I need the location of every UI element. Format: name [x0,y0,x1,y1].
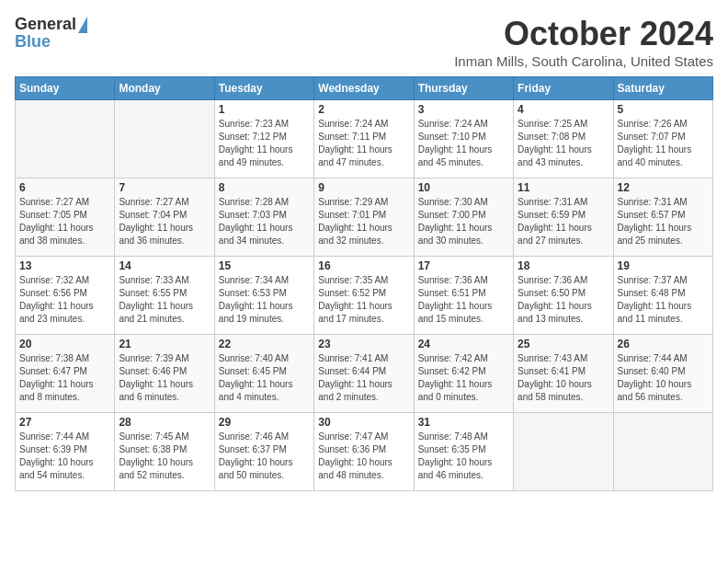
day-info: Sunrise: 7:23 AMSunset: 7:12 PMDaylight:… [219,118,310,169]
day-number: 18 [518,259,609,272]
calendar-cell: 21Sunrise: 7:39 AMSunset: 6:46 PMDayligh… [115,335,214,413]
day-info: Sunrise: 7:36 AMSunset: 6:50 PMDaylight:… [518,274,609,326]
day-number: 12 [618,181,709,194]
week-row-4: 20Sunrise: 7:38 AMSunset: 6:47 PMDayligh… [16,335,713,413]
calendar-cell: 25Sunrise: 7:43 AMSunset: 6:41 PMDayligh… [514,335,613,413]
day-number: 14 [119,259,210,272]
day-info: Sunrise: 7:44 AMSunset: 6:40 PMDaylight:… [618,352,709,404]
day-info: Sunrise: 7:38 AMSunset: 6:47 PMDaylight:… [19,352,110,404]
calendar-cell: 1Sunrise: 7:23 AMSunset: 7:12 PMDaylight… [214,100,313,178]
day-info: Sunrise: 7:39 AMSunset: 6:46 PMDaylight:… [119,352,210,404]
day-info: Sunrise: 7:44 AMSunset: 6:39 PMDaylight:… [19,431,110,482]
calendar-table: Sunday Monday Tuesday Wednesday Thursday… [15,76,713,491]
day-info: Sunrise: 7:30 AMSunset: 7:00 PMDaylight:… [418,196,509,247]
logo: General Blue [15,15,87,52]
day-info: Sunrise: 7:31 AMSunset: 6:57 PMDaylight:… [618,196,709,247]
calendar-cell [16,100,115,178]
day-info: Sunrise: 7:31 AMSunset: 6:59 PMDaylight:… [518,196,609,247]
day-info: Sunrise: 7:42 AMSunset: 6:42 PMDaylight:… [418,352,509,404]
calendar-cell: 30Sunrise: 7:47 AMSunset: 6:36 PMDayligh… [314,413,414,491]
day-info: Sunrise: 7:27 AMSunset: 7:05 PMDaylight:… [19,196,110,247]
calendar-cell: 4Sunrise: 7:25 AMSunset: 7:08 PMDaylight… [514,100,613,178]
day-info: Sunrise: 7:41 AMSunset: 6:44 PMDaylight:… [318,352,409,404]
calendar-cell: 22Sunrise: 7:40 AMSunset: 6:45 PMDayligh… [214,335,313,413]
day-number: 20 [19,338,110,350]
day-number: 22 [219,338,310,350]
day-number: 25 [518,338,609,350]
calendar-cell: 23Sunrise: 7:41 AMSunset: 6:44 PMDayligh… [314,335,414,413]
calendar-cell: 19Sunrise: 7:37 AMSunset: 6:48 PMDayligh… [613,257,712,335]
day-number: 2 [318,103,409,116]
day-info: Sunrise: 7:24 AMSunset: 7:11 PMDaylight:… [318,118,409,169]
calendar-header-row: Sunday Monday Tuesday Wednesday Thursday… [16,77,713,100]
col-tuesday: Tuesday [214,77,313,100]
day-info: Sunrise: 7:33 AMSunset: 6:55 PMDaylight:… [119,274,210,326]
month-title: October 2024 [454,15,713,53]
day-number: 16 [318,259,409,272]
calendar-cell: 13Sunrise: 7:32 AMSunset: 6:56 PMDayligh… [16,257,115,335]
calendar-cell: 14Sunrise: 7:33 AMSunset: 6:55 PMDayligh… [115,257,214,335]
calendar-cell: 26Sunrise: 7:44 AMSunset: 6:40 PMDayligh… [613,335,712,413]
calendar-cell: 9Sunrise: 7:29 AMSunset: 7:01 PMDaylight… [314,178,414,257]
week-row-2: 6Sunrise: 7:27 AMSunset: 7:05 PMDaylight… [16,178,713,257]
location: Inman Mills, South Carolina, United Stat… [454,53,713,69]
col-monday: Monday [115,77,214,100]
week-row-5: 27Sunrise: 7:44 AMSunset: 6:39 PMDayligh… [16,413,713,491]
calendar-cell: 20Sunrise: 7:38 AMSunset: 6:47 PMDayligh… [16,335,115,413]
day-number: 23 [318,338,409,350]
day-number: 9 [318,181,409,194]
day-info: Sunrise: 7:35 AMSunset: 6:52 PMDaylight:… [318,274,409,326]
day-number: 27 [19,416,110,429]
day-number: 19 [618,259,709,272]
day-number: 1 [219,103,310,116]
day-number: 5 [618,103,709,116]
day-info: Sunrise: 7:40 AMSunset: 6:45 PMDaylight:… [219,352,310,404]
day-info: Sunrise: 7:29 AMSunset: 7:01 PMDaylight:… [318,196,409,247]
calendar-cell: 8Sunrise: 7:28 AMSunset: 7:03 PMDaylight… [214,178,313,257]
logo-blue: Blue [15,32,51,52]
day-number: 15 [219,259,310,272]
day-info: Sunrise: 7:45 AMSunset: 6:38 PMDaylight:… [119,431,210,482]
day-number: 30 [318,416,409,429]
calendar-cell: 31Sunrise: 7:48 AMSunset: 6:35 PMDayligh… [414,413,513,491]
col-saturday: Saturday [613,77,712,100]
day-info: Sunrise: 7:24 AMSunset: 7:10 PMDaylight:… [418,118,509,169]
col-thursday: Thursday [414,77,513,100]
calendar-cell: 2Sunrise: 7:24 AMSunset: 7:11 PMDaylight… [314,100,414,178]
calendar-cell: 17Sunrise: 7:36 AMSunset: 6:51 PMDayligh… [414,257,513,335]
calendar-cell: 24Sunrise: 7:42 AMSunset: 6:42 PMDayligh… [414,335,513,413]
logo-triangle [78,17,87,33]
day-number: 21 [119,338,210,350]
day-number: 26 [618,338,709,350]
calendar-cell: 10Sunrise: 7:30 AMSunset: 7:00 PMDayligh… [414,178,513,257]
calendar-cell: 15Sunrise: 7:34 AMSunset: 6:53 PMDayligh… [214,257,313,335]
day-info: Sunrise: 7:28 AMSunset: 7:03 PMDaylight:… [219,196,310,247]
day-info: Sunrise: 7:48 AMSunset: 6:35 PMDaylight:… [418,431,509,482]
calendar-cell: 29Sunrise: 7:46 AMSunset: 6:37 PMDayligh… [214,413,313,491]
calendar-cell: 3Sunrise: 7:24 AMSunset: 7:10 PMDaylight… [414,100,513,178]
day-number: 10 [418,181,509,194]
calendar-cell [115,100,214,178]
day-number: 17 [418,259,509,272]
day-number: 29 [219,416,310,429]
day-number: 7 [119,181,210,194]
day-number: 3 [418,103,509,116]
calendar-cell: 7Sunrise: 7:27 AMSunset: 7:04 PMDaylight… [115,178,214,257]
day-number: 28 [119,416,210,429]
calendar-cell: 28Sunrise: 7:45 AMSunset: 6:38 PMDayligh… [115,413,214,491]
day-info: Sunrise: 7:26 AMSunset: 7:07 PMDaylight:… [618,118,709,169]
col-friday: Friday [514,77,613,100]
week-row-3: 13Sunrise: 7:32 AMSunset: 6:56 PMDayligh… [16,257,713,335]
day-number: 4 [518,103,609,116]
week-row-1: 1Sunrise: 7:23 AMSunset: 7:12 PMDaylight… [16,100,713,178]
logo-general: General [15,15,76,34]
day-info: Sunrise: 7:25 AMSunset: 7:08 PMDaylight:… [518,118,609,169]
title-section: October 2024 Inman Mills, South Carolina… [454,15,713,69]
day-number: 11 [518,181,609,194]
col-wednesday: Wednesday [314,77,414,100]
calendar-cell: 11Sunrise: 7:31 AMSunset: 6:59 PMDayligh… [514,178,613,257]
calendar-cell [514,413,613,491]
day-info: Sunrise: 7:34 AMSunset: 6:53 PMDaylight:… [219,274,310,326]
page-header: General Blue October 2024 Inman Mills, S… [15,15,713,69]
day-info: Sunrise: 7:36 AMSunset: 6:51 PMDaylight:… [418,274,509,326]
